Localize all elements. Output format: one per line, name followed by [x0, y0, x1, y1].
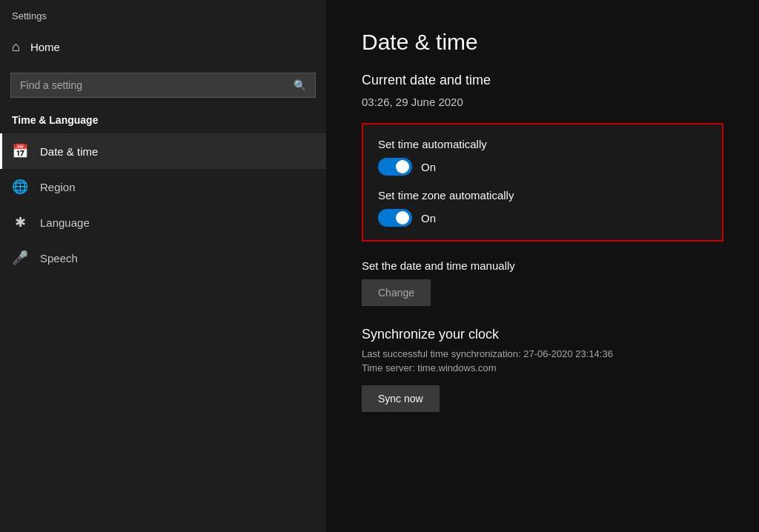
sync-now-button[interactable]: Sync now: [362, 385, 440, 412]
page-title: Date & time: [362, 30, 723, 55]
sidebar: Settings ⌂ Home 🔍 Time & Language 📅 Date…: [0, 0, 326, 532]
sidebar-item-date-time-label: Date & time: [40, 145, 98, 158]
auto-timezone-toggle[interactable]: [378, 209, 412, 227]
auto-time-toggle-label: On: [421, 161, 436, 173]
sync-server-info: Time server: time.windows.com: [362, 362, 723, 373]
current-datetime-value: 03:26, 29 June 2020: [362, 96, 723, 108]
auto-time-toggle-row: On: [378, 158, 707, 176]
sidebar-item-speech-label: Speech: [40, 252, 78, 265]
sidebar-item-language[interactable]: ✱ Language: [0, 205, 326, 240]
date-time-icon: 📅: [12, 143, 28, 159]
home-label: Home: [30, 41, 60, 53]
sidebar-item-date-time[interactable]: 📅 Date & time: [0, 133, 326, 169]
auto-timezone-knob: [396, 211, 409, 225]
auto-time-knob: [396, 160, 409, 173]
current-date-time-heading: Current date and time: [362, 73, 723, 88]
sidebar-item-speech[interactable]: 🎤 Speech: [0, 240, 326, 276]
section-label: Time & Language: [0, 111, 326, 133]
auto-timezone-label: Set time zone automatically: [378, 189, 707, 202]
sidebar-item-region[interactable]: 🌐 Region: [0, 169, 326, 205]
auto-timezone-toggle-label: On: [421, 212, 436, 225]
sidebar-item-language-label: Language: [40, 216, 90, 229]
speech-icon: 🎤: [12, 250, 28, 266]
sync-section-title: Synchronize your clock: [362, 327, 723, 342]
auto-time-label: Set time automatically: [378, 138, 707, 150]
auto-timezone-toggle-row: On: [378, 209, 707, 227]
main-content: Date & time Current date and time 03:26,…: [326, 0, 759, 532]
auto-settings-box: Set time automatically On Set time zone …: [362, 123, 723, 242]
sync-last-info: Last successful time synchronization: 27…: [362, 348, 723, 359]
app-title: Settings: [0, 0, 326, 29]
language-icon: ✱: [12, 214, 28, 230]
auto-time-toggle[interactable]: [378, 158, 412, 176]
sidebar-item-region-label: Region: [40, 181, 76, 193]
search-icon: 🔍: [294, 79, 306, 91]
region-icon: 🌐: [12, 179, 28, 195]
home-nav-item[interactable]: ⌂ Home: [0, 29, 326, 65]
search-input[interactable]: [20, 79, 286, 91]
change-button[interactable]: Change: [362, 279, 431, 306]
manual-time-label: Set the date and time manually: [362, 259, 723, 272]
home-icon: ⌂: [12, 39, 20, 55]
search-box[interactable]: 🔍: [10, 73, 316, 98]
